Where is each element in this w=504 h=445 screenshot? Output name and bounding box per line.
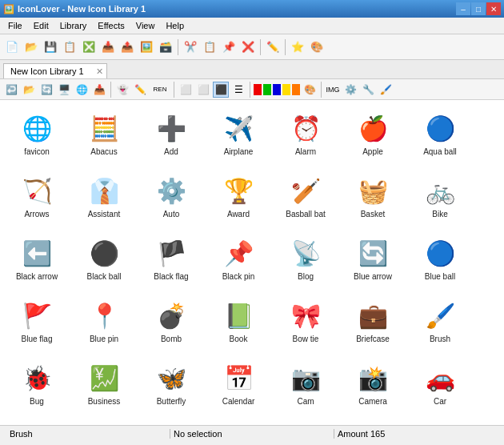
inner-gear2[interactable]: 🔧: [360, 82, 376, 98]
toolbar-export[interactable]: 📤: [118, 38, 136, 56]
inner-color1[interactable]: [254, 84, 262, 95]
toolbar-close[interactable]: ❎: [80, 38, 98, 56]
minimize-button[interactable]: –: [456, 2, 470, 15]
menu-library[interactable]: Library: [55, 19, 92, 32]
icon-cell-blue-arrow[interactable]: 🔄Blue arrow: [339, 230, 406, 292]
inner-large-view[interactable]: ⬛: [213, 82, 229, 98]
icon-cell-black-pin[interactable]: 📌Black pin: [205, 230, 272, 292]
menu-effects[interactable]: Effects: [93, 19, 129, 32]
main-toolbar: 📄 📂 💾 📋 ❎ 📥 📤 🖼️ 🗃️ ✂️ 📋 📌 ❌ ✏️ ⭐ 🎨: [0, 34, 504, 60]
icon-cell-bow-tie[interactable]: 🎀Bow tie: [272, 292, 339, 355]
icon-cell-black-flag[interactable]: 🏴Black flag: [138, 230, 205, 292]
inner-web[interactable]: 🌐: [74, 82, 90, 98]
icon-cell-basket[interactable]: 🧺Basket: [339, 167, 406, 230]
inner-edit[interactable]: ✏️: [132, 82, 148, 98]
inner-ghost[interactable]: 👻: [114, 82, 130, 98]
inner-color2[interactable]: [263, 84, 271, 95]
toolbar-save-all[interactable]: 📋: [61, 38, 78, 56]
icon-cell-alarm[interactable]: ⏰Alarm: [272, 105, 339, 167]
icon-label-favicon: favicon: [24, 147, 50, 157]
tab-library[interactable]: New Icon Library 1 ✕: [3, 63, 107, 78]
toolbar-copy[interactable]: 📋: [201, 38, 218, 56]
menu-view[interactable]: View: [131, 19, 160, 32]
icon-cell-blue-flag[interactable]: 🚩Blue flag: [3, 292, 70, 355]
inner-small-view[interactable]: ⬜: [178, 82, 194, 98]
inner-img[interactable]: IMG: [325, 82, 341, 98]
icon-cell-blue-pin[interactable]: 📍Blue pin: [70, 292, 138, 355]
icon-cell-bug[interactable]: 🐞Bug: [3, 355, 70, 417]
icon-cell-book[interactable]: 📗Book: [205, 292, 272, 355]
toolbar-rename[interactable]: ✏️: [264, 38, 282, 56]
icon-visual-aqua-ball: 🔵: [422, 110, 458, 146]
icon-label-car: Car: [434, 397, 446, 407]
icon-cell-assistant[interactable]: 👔Assistant: [70, 167, 138, 230]
icon-visual-blog: 📡: [288, 235, 323, 271]
icon-label-brush: Brush: [430, 335, 450, 344]
menu-edit[interactable]: Edit: [29, 19, 54, 32]
icon-visual-business: 💹: [86, 360, 122, 395]
inner-color5[interactable]: [292, 84, 300, 95]
toolbar-save[interactable]: 💾: [42, 38, 59, 56]
close-button[interactable]: ✕: [486, 2, 501, 15]
menu-file[interactable]: File: [3, 19, 27, 32]
icon-cell-basball-bat[interactable]: 🏏Basball bat: [272, 167, 339, 230]
tab-close-button[interactable]: ✕: [96, 66, 103, 77]
icon-cell-abacus[interactable]: 🧮Abacus: [70, 105, 138, 167]
toolbar-paste[interactable]: 📌: [220, 38, 238, 56]
toolbar-color[interactable]: 🎨: [308, 38, 326, 56]
inner-desktop[interactable]: 🖥️: [56, 82, 72, 98]
icon-label-arrows: Arrows: [24, 210, 49, 219]
toolbar-separator-3: [285, 39, 286, 55]
icon-cell-award[interactable]: 🏆Award: [205, 167, 272, 230]
icon-label-black-pin: Black pin: [222, 272, 255, 282]
icon-cell-calendar[interactable]: 📅Calendar: [205, 355, 272, 417]
icon-cell-apple[interactable]: 🍎Apple: [339, 105, 406, 167]
icon-cell-airplane[interactable]: ✈️Airplane: [205, 105, 272, 167]
icon-cell-butterfly[interactable]: 🦋Butterfly: [138, 355, 205, 417]
icon-cell-brush[interactable]: 🖌️Brush: [406, 292, 474, 355]
inner-folder[interactable]: 📂: [21, 82, 37, 98]
icon-cell-black-ball[interactable]: ⚫Black ball: [70, 230, 138, 292]
toolbar-delete[interactable]: ❌: [239, 38, 257, 56]
icon-cell-car[interactable]: 🚗Car: [406, 355, 474, 417]
inner-palette[interactable]: 🖌️: [378, 82, 394, 98]
toolbar-star[interactable]: ⭐: [289, 38, 306, 56]
inner-back[interactable]: ↩️: [3, 82, 19, 98]
icon-cell-auto[interactable]: ⚙️Auto: [138, 167, 205, 230]
inner-color4[interactable]: [282, 84, 290, 95]
toolbar-open[interactable]: 📂: [22, 38, 40, 56]
icon-cell-briefcase[interactable]: 💼Briefcase: [339, 292, 406, 355]
inner-list-view[interactable]: ☰: [230, 82, 246, 98]
icon-cell-add[interactable]: ➕Add: [138, 105, 205, 167]
icon-cell-blue-ball[interactable]: 🔵Blue ball: [406, 230, 474, 292]
toolbar-new[interactable]: 📄: [3, 38, 21, 56]
inner-rename[interactable]: REN: [150, 82, 170, 98]
icon-cell-business[interactable]: 💹Business: [70, 355, 138, 417]
icon-cell-black-arrow[interactable]: ⬅️Black arrow: [3, 230, 70, 292]
icon-cell-arrows[interactable]: 🏹Arrows: [3, 167, 70, 230]
maximize-button[interactable]: □: [471, 2, 486, 15]
icon-cell-blog[interactable]: 📡Blog: [272, 230, 339, 292]
icon-cell-bike[interactable]: 🚲Bike: [406, 167, 474, 230]
inner-refresh[interactable]: 🔄: [38, 82, 54, 98]
toolbar-icon-open[interactable]: 🗃️: [157, 38, 174, 56]
inner-download[interactable]: 📥: [91, 82, 107, 98]
icon-label-black-flag: Black flag: [154, 272, 188, 282]
icon-visual-favicon: 🌐: [19, 110, 54, 146]
icon-visual-calendar: 📅: [221, 360, 256, 395]
icon-cell-aqua-ball[interactable]: 🔵Aqua ball: [406, 105, 474, 167]
icon-visual-car: 🚗: [422, 360, 458, 395]
icon-cell-favicon[interactable]: 🌐favicon: [3, 105, 70, 167]
icon-cell-bomb[interactable]: 💣Bomb: [138, 292, 205, 355]
icon-cell-cam[interactable]: 📷Cam: [272, 355, 339, 417]
inner-color-picker[interactable]: 🎨: [302, 82, 318, 98]
menu-help[interactable]: Help: [161, 19, 189, 32]
inner-color3[interactable]: [273, 84, 281, 95]
toolbar-cut[interactable]: ✂️: [182, 38, 199, 56]
inner-settings[interactable]: ⚙️: [342, 82, 358, 98]
toolbar-icon-new[interactable]: 🖼️: [138, 38, 155, 56]
icon-cell-camera[interactable]: 📸Camera: [339, 355, 406, 417]
inner-med-view[interactable]: ⬜: [195, 82, 211, 98]
toolbar-separator-2: [260, 39, 261, 55]
toolbar-import[interactable]: 📥: [99, 38, 117, 56]
